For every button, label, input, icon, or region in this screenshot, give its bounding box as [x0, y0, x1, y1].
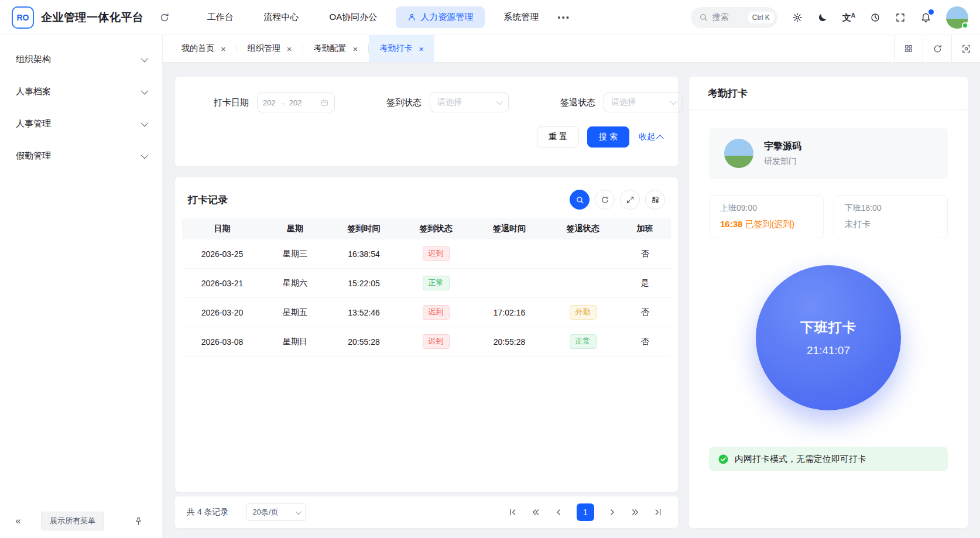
punch-clock-button[interactable]: 下班打卡 21:41:07 — [756, 265, 901, 410]
filter-panel: 打卡日期 202 → 202 签到状态 — [175, 77, 678, 166]
attendance-panel: 考勤打卡 宇擎源码 研发部门 上班09:00 16:38已签到(迟 — [689, 77, 968, 528]
prev-pages-icon[interactable] — [531, 508, 540, 517]
nav-item[interactable]: 系统管理 — [492, 6, 550, 28]
table-search-icon[interactable] — [570, 190, 590, 210]
table-row: 2026-03-20星期五13:52:46迟到17:02:16外勤否 — [182, 298, 671, 327]
page-size-select[interactable]: 20条/页 — [246, 503, 306, 521]
notification-bell-icon[interactable] — [920, 12, 931, 23]
global-search[interactable]: 搜索 Ctrl K — [691, 7, 777, 28]
reset-button[interactable]: 重 置 — [537, 126, 579, 148]
current-page-button[interactable]: 1 — [577, 503, 594, 521]
table-refresh-icon[interactable] — [595, 190, 615, 210]
shift-in-label: 上班09:00 — [720, 203, 813, 214]
table-row: 2026-03-21星期六15:22:05正常是 — [182, 269, 671, 298]
close-tab-icon[interactable]: × — [287, 44, 292, 53]
total-records-text: 共 4 条记录 — [187, 507, 229, 518]
sidebar-item[interactable]: 假勤管理 — [0, 140, 162, 172]
first-page-icon[interactable] — [508, 508, 518, 517]
search-shortcut: Ctrl K — [748, 12, 774, 23]
tab-label: 考勤配置 — [314, 43, 347, 54]
table-expand-icon[interactable] — [620, 190, 640, 210]
status-badge: 迟到 — [423, 246, 450, 261]
table-body: 2026-03-25星期三16:38:54迟到否2026-03-21星期六15:… — [182, 239, 671, 357]
table-columns-icon[interactable] — [645, 190, 665, 210]
cell-overtime: 是 — [619, 278, 671, 289]
logo-text: RO — [17, 13, 29, 22]
tab-item[interactable]: 我的首页× — [171, 35, 237, 62]
prev-page-icon[interactable] — [554, 508, 563, 517]
tab-active[interactable]: 考勤打卡× — [369, 35, 434, 62]
tab-item[interactable]: 组织管理× — [237, 35, 303, 62]
navbar: RO 企业管理一体化平台 工作台流程中心OA协同办公人力资源管理系统管理 •••… — [0, 0, 980, 35]
next-pages-icon[interactable] — [631, 508, 640, 517]
nav-item[interactable]: 流程中心 — [252, 6, 311, 28]
nav-item-label: OA协同办公 — [330, 12, 378, 23]
nav-item[interactable]: 工作台 — [196, 6, 245, 28]
user-name: 宇擎源码 — [764, 141, 801, 153]
pagination-bar: 共 4 条记录 20条/页 — [175, 496, 678, 528]
tab-item[interactable]: 考勤配置× — [303, 35, 369, 62]
tab-label: 组织管理 — [248, 43, 280, 54]
punch-button-time: 21:41:07 — [807, 344, 850, 357]
fullscreen-icon[interactable] — [895, 12, 906, 23]
close-tab-icon[interactable]: × — [419, 44, 424, 53]
collapse-sidebar-icon[interactable]: « — [9, 512, 27, 530]
user-department: 研发部门 — [764, 156, 801, 167]
checkin-status-select[interactable]: 请选择 — [430, 92, 509, 112]
cell-checkin-time: 15:22:05 — [328, 279, 400, 288]
status-badge: 正常 — [570, 334, 597, 348]
navbar-actions: 搜索 Ctrl K 文A — [691, 6, 968, 29]
table-row: 2026-03-08星期日20:55:28迟到20:55:28正常否 — [182, 327, 671, 357]
tab-label: 考勤打卡 — [379, 43, 412, 54]
shift-out-card: 下班18:00 未打卡 — [834, 195, 948, 238]
column-header: 签到时间 — [328, 224, 400, 234]
sidebar-item[interactable]: 人事管理 — [0, 108, 162, 140]
more-menu-icon[interactable]: ••• — [550, 12, 577, 22]
sidebar-item[interactable]: 组织架构 — [0, 43, 162, 76]
select-placeholder: 请选择 — [437, 97, 462, 108]
settings-gear-icon[interactable] — [792, 12, 803, 23]
shift-in-status: 16:38已签到(迟到) — [720, 219, 813, 230]
collapse-filter-link[interactable]: 收起 — [639, 132, 664, 142]
pin-icon[interactable] — [133, 516, 143, 526]
grid-layout-icon[interactable] — [894, 35, 923, 62]
search-button[interactable]: 搜 索 — [587, 126, 629, 148]
chevron-down-icon — [141, 119, 149, 127]
maximize-content-icon[interactable] — [951, 35, 980, 62]
shift-in-card: 上班09:00 16:38已签到(迟到) — [709, 195, 824, 238]
date-range-input[interactable]: 202 → 202 — [257, 92, 335, 112]
show-all-menus-button[interactable]: 展示所有菜单 — [41, 512, 104, 530]
date-end-value: 202 — [289, 98, 302, 107]
check-circle-icon — [718, 454, 729, 465]
cell-date: 2026-03-25 — [182, 249, 262, 259]
nav-item[interactable]: 人力资源管理 — [396, 6, 485, 28]
translate-icon[interactable]: 文A — [842, 13, 855, 22]
cell-checkin-time: 20:55:28 — [328, 337, 400, 347]
cell-date: 2026-03-08 — [182, 337, 262, 347]
close-tab-icon[interactable]: × — [221, 44, 226, 53]
checkout-status-select[interactable]: 请选择 — [604, 92, 683, 112]
last-page-icon[interactable] — [653, 508, 663, 517]
nav-item[interactable]: OA协同办公 — [318, 6, 389, 28]
refresh-page-icon[interactable] — [923, 35, 951, 62]
page-size-value: 20条/页 — [253, 507, 279, 518]
cell-checkin-status: 迟到 — [400, 246, 472, 261]
status-badge: 迟到 — [423, 305, 450, 319]
column-header: 签退时间 — [472, 224, 547, 234]
cell-checkin-status: 正常 — [400, 276, 472, 290]
app-logo[interactable]: RO — [12, 6, 34, 29]
chevron-down-icon — [296, 509, 301, 515]
user-avatar[interactable] — [946, 6, 968, 29]
dark-mode-moon-icon[interactable] — [817, 12, 828, 23]
sidebar-item[interactable]: 人事档案 — [0, 76, 162, 108]
next-page-icon[interactable] — [608, 508, 617, 517]
shift-out-label: 下班18:00 — [845, 203, 937, 214]
chevron-down-icon — [670, 98, 677, 105]
nav-item-label: 流程中心 — [264, 12, 299, 23]
clock-lock-icon[interactable] — [870, 12, 880, 23]
chevron-up-icon — [656, 135, 664, 142]
tab-label: 我的首页 — [181, 43, 214, 54]
close-tab-icon[interactable]: × — [353, 44, 358, 53]
refresh-icon[interactable] — [159, 12, 170, 23]
chevron-down-icon — [141, 55, 149, 63]
